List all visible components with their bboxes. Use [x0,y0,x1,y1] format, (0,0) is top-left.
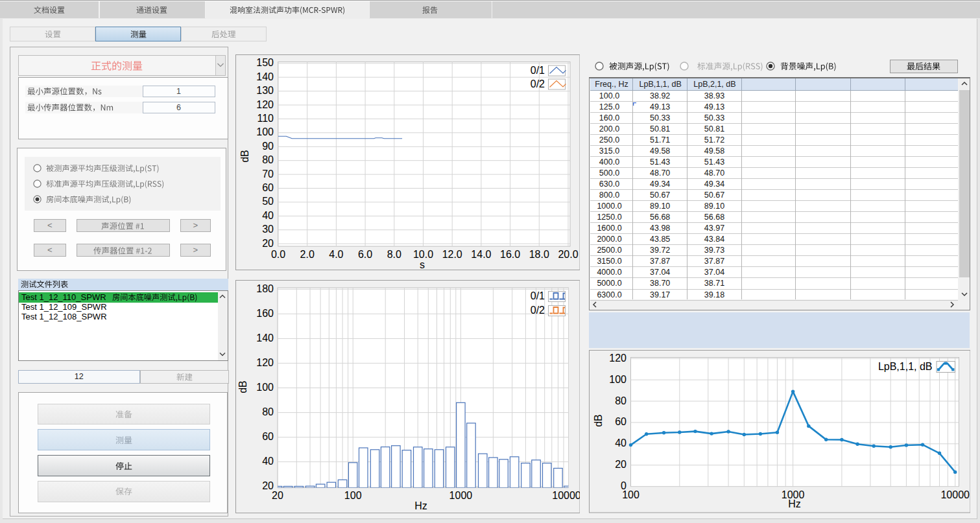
svg-text:120: 120 [609,353,627,364]
svg-text:0.0: 0.0 [270,249,285,260]
svg-text:60: 60 [615,416,627,427]
svg-text:60: 60 [262,182,274,193]
svg-text:20.0: 20.0 [558,249,578,260]
svg-text:180: 180 [256,283,274,294]
svg-text:dB: dB [237,380,248,393]
svg-text:140: 140 [256,71,274,82]
svg-text:80: 80 [262,406,274,417]
svg-text:0/1: 0/1 [530,290,544,301]
svg-text:40: 40 [615,437,627,448]
svg-text:LpB,1,1, dB: LpB,1,1, dB [878,361,932,372]
svg-text:50: 50 [262,196,274,207]
svg-text:10000: 10000 [552,490,580,501]
svg-text:4.0: 4.0 [329,249,343,260]
svg-text:100: 100 [344,490,361,501]
svg-text:100: 100 [256,382,274,393]
svg-text:1000: 1000 [449,490,472,501]
svg-text:dB: dB [593,414,604,427]
svg-text:60: 60 [262,431,274,442]
svg-text:16.0: 16.0 [500,249,520,260]
svg-text:10.0: 10.0 [412,249,433,260]
svg-text:100: 100 [622,489,639,500]
svg-text:120: 120 [256,99,274,110]
svg-text:140: 140 [256,332,274,343]
svg-text:130: 130 [256,85,274,96]
svg-text:100: 100 [256,126,274,137]
svg-text:110: 110 [257,113,274,124]
svg-text:12.0: 12.0 [442,249,462,260]
svg-text:8.0: 8.0 [387,249,401,260]
svg-text:150: 150 [256,57,274,68]
svg-text:100: 100 [609,374,627,385]
svg-text:80: 80 [615,395,627,406]
svg-text:dB: dB [239,150,250,163]
svg-text:0/2: 0/2 [530,78,544,89]
svg-text:80: 80 [262,154,274,165]
svg-text:6.0: 6.0 [357,249,372,260]
svg-text:40: 40 [262,456,274,467]
svg-text:20: 20 [272,490,283,501]
svg-text:0/2: 0/2 [530,305,544,316]
svg-text:120: 120 [256,357,274,368]
svg-text:s: s [420,259,425,270]
svg-text:18.0: 18.0 [529,249,549,260]
svg-text:30: 30 [262,224,274,235]
svg-text:70: 70 [262,169,274,180]
svg-text:10000: 10000 [940,489,970,500]
svg-text:Hz: Hz [414,500,427,511]
svg-text:14.0: 14.0 [471,249,491,260]
svg-text:20: 20 [262,238,274,249]
svg-text:20: 20 [615,459,627,470]
svg-text:0/1: 0/1 [530,65,544,76]
svg-text:40: 40 [262,210,274,221]
svg-text:2.0: 2.0 [300,249,314,260]
svg-text:160: 160 [256,308,274,319]
svg-text:90: 90 [262,141,274,152]
svg-text:Hz: Hz [788,498,801,509]
